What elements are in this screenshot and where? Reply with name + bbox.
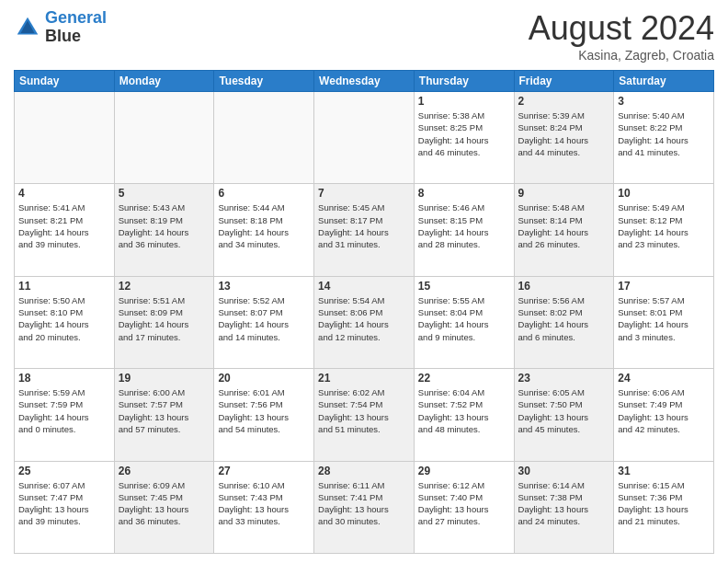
day-number: 19 (119, 372, 210, 385)
day-number: 31 (618, 465, 710, 477)
day-number: 7 (318, 187, 410, 200)
day-number: 4 (18, 187, 110, 200)
calendar-week-4: 18Sunrise: 5:59 AM Sunset: 7:59 PM Dayli… (15, 369, 714, 461)
day-number: 26 (119, 465, 210, 477)
day-info: Sunrise: 5:41 AM Sunset: 8:21 PM Dayligh… (18, 201, 110, 250)
day-number: 30 (518, 465, 610, 477)
calendar-cell: 8Sunrise: 5:46 AM Sunset: 8:15 PM Daylig… (414, 184, 514, 276)
day-info: Sunrise: 5:54 AM Sunset: 8:06 PM Dayligh… (318, 294, 410, 343)
calendar-header-thursday: Thursday (414, 71, 514, 92)
month-title: August 2024 (529, 9, 714, 48)
day-info: Sunrise: 5:39 AM Sunset: 8:24 PM Dayligh… (518, 109, 610, 158)
calendar-cell: 3Sunrise: 5:40 AM Sunset: 8:22 PM Daylig… (614, 92, 714, 184)
calendar-cell (314, 92, 415, 184)
day-info: Sunrise: 5:52 AM Sunset: 8:07 PM Dayligh… (218, 294, 310, 343)
day-info: Sunrise: 5:49 AM Sunset: 8:12 PM Dayligh… (618, 201, 710, 250)
calendar-cell: 29Sunrise: 6:12 AM Sunset: 7:40 PM Dayli… (414, 461, 514, 553)
day-info: Sunrise: 6:15 AM Sunset: 7:36 PM Dayligh… (618, 479, 710, 528)
day-info: Sunrise: 6:10 AM Sunset: 7:43 PM Dayligh… (218, 479, 310, 528)
day-info: Sunrise: 5:38 AM Sunset: 8:25 PM Dayligh… (418, 109, 510, 158)
calendar-cell: 4Sunrise: 5:41 AM Sunset: 8:21 PM Daylig… (15, 184, 115, 276)
calendar-cell: 10Sunrise: 5:49 AM Sunset: 8:12 PM Dayli… (614, 184, 714, 276)
day-info: Sunrise: 5:55 AM Sunset: 8:04 PM Dayligh… (418, 294, 510, 343)
day-number: 11 (18, 280, 110, 293)
day-number: 24 (618, 372, 710, 385)
logo-text: General Blue (45, 9, 107, 46)
logo-line2: Blue (45, 27, 81, 45)
calendar-header-friday: Friday (514, 71, 614, 92)
calendar-cell: 5Sunrise: 5:43 AM Sunset: 8:19 PM Daylig… (114, 184, 214, 276)
day-info: Sunrise: 6:05 AM Sunset: 7:50 PM Dayligh… (518, 386, 610, 435)
logo: General Blue (14, 9, 107, 46)
calendar-cell (15, 92, 115, 184)
day-number: 23 (518, 372, 610, 385)
day-info: Sunrise: 5:45 AM Sunset: 8:17 PM Dayligh… (318, 201, 410, 250)
calendar-cell: 11Sunrise: 5:50 AM Sunset: 8:10 PM Dayli… (15, 276, 115, 368)
day-number: 5 (119, 187, 210, 200)
day-number: 20 (218, 372, 310, 385)
location: Kasina, Zagreb, Croatia (529, 48, 714, 63)
day-number: 2 (518, 95, 610, 108)
day-info: Sunrise: 6:04 AM Sunset: 7:52 PM Dayligh… (418, 386, 510, 435)
calendar-cell: 27Sunrise: 6:10 AM Sunset: 7:43 PM Dayli… (214, 461, 314, 553)
day-number: 14 (318, 280, 410, 293)
day-info: Sunrise: 5:43 AM Sunset: 8:19 PM Dayligh… (119, 201, 210, 250)
calendar-cell: 26Sunrise: 6:09 AM Sunset: 7:45 PM Dayli… (114, 461, 214, 553)
calendar-week-2: 4Sunrise: 5:41 AM Sunset: 8:21 PM Daylig… (15, 184, 714, 276)
day-number: 9 (518, 187, 610, 200)
day-number: 12 (119, 280, 210, 293)
day-number: 21 (318, 372, 410, 385)
calendar-cell: 22Sunrise: 6:04 AM Sunset: 7:52 PM Dayli… (414, 369, 514, 461)
day-number: 13 (218, 280, 310, 293)
day-number: 18 (18, 372, 110, 385)
day-info: Sunrise: 5:59 AM Sunset: 7:59 PM Dayligh… (18, 386, 110, 435)
day-number: 29 (418, 465, 510, 477)
calendar-cell: 9Sunrise: 5:48 AM Sunset: 8:14 PM Daylig… (514, 184, 614, 276)
day-number: 25 (18, 465, 110, 477)
day-info: Sunrise: 5:44 AM Sunset: 8:18 PM Dayligh… (218, 201, 310, 250)
day-info: Sunrise: 5:57 AM Sunset: 8:01 PM Dayligh… (618, 294, 710, 343)
day-number: 16 (518, 280, 610, 293)
day-info: Sunrise: 5:40 AM Sunset: 8:22 PM Dayligh… (618, 109, 710, 158)
calendar-cell: 21Sunrise: 6:02 AM Sunset: 7:54 PM Dayli… (314, 369, 415, 461)
day-info: Sunrise: 6:06 AM Sunset: 7:49 PM Dayligh… (618, 386, 710, 435)
calendar-cell: 16Sunrise: 5:56 AM Sunset: 8:02 PM Dayli… (514, 276, 614, 368)
calendar-header-sunday: Sunday (15, 71, 115, 92)
day-number: 22 (418, 372, 510, 385)
day-number: 8 (418, 187, 510, 200)
day-number: 6 (218, 187, 310, 200)
day-info: Sunrise: 5:46 AM Sunset: 8:15 PM Dayligh… (418, 201, 510, 250)
day-info: Sunrise: 5:48 AM Sunset: 8:14 PM Dayligh… (518, 201, 610, 250)
calendar-cell: 1Sunrise: 5:38 AM Sunset: 8:25 PM Daylig… (414, 92, 514, 184)
calendar-cell: 17Sunrise: 5:57 AM Sunset: 8:01 PM Dayli… (614, 276, 714, 368)
day-number: 28 (318, 465, 410, 477)
day-number: 1 (418, 95, 510, 108)
calendar-cell: 25Sunrise: 6:07 AM Sunset: 7:47 PM Dayli… (15, 461, 115, 553)
calendar-cell: 15Sunrise: 5:55 AM Sunset: 8:04 PM Dayli… (414, 276, 514, 368)
day-number: 3 (618, 95, 710, 108)
calendar-cell: 12Sunrise: 5:51 AM Sunset: 8:09 PM Dayli… (114, 276, 214, 368)
day-number: 10 (618, 187, 710, 200)
page: General Blue August 2024 Kasina, Zagreb,… (0, 0, 728, 563)
calendar-cell (214, 92, 314, 184)
title-area: August 2024 Kasina, Zagreb, Croatia (529, 9, 714, 63)
day-info: Sunrise: 6:14 AM Sunset: 7:38 PM Dayligh… (518, 479, 610, 528)
day-info: Sunrise: 6:09 AM Sunset: 7:45 PM Dayligh… (119, 479, 210, 528)
calendar-table: SundayMondayTuesdayWednesdayThursdayFrid… (14, 70, 714, 554)
day-number: 27 (218, 465, 310, 477)
day-info: Sunrise: 6:12 AM Sunset: 7:40 PM Dayligh… (418, 479, 510, 528)
day-info: Sunrise: 6:01 AM Sunset: 7:56 PM Dayligh… (218, 386, 310, 435)
calendar-header-tuesday: Tuesday (214, 71, 314, 92)
day-number: 17 (618, 280, 710, 293)
calendar-cell: 28Sunrise: 6:11 AM Sunset: 7:41 PM Dayli… (314, 461, 415, 553)
calendar-cell: 30Sunrise: 6:14 AM Sunset: 7:38 PM Dayli… (514, 461, 614, 553)
calendar-cell: 24Sunrise: 6:06 AM Sunset: 7:49 PM Dayli… (614, 369, 714, 461)
day-info: Sunrise: 5:50 AM Sunset: 8:10 PM Dayligh… (18, 294, 110, 343)
calendar-cell: 23Sunrise: 6:05 AM Sunset: 7:50 PM Dayli… (514, 369, 614, 461)
calendar-cell: 19Sunrise: 6:00 AM Sunset: 7:57 PM Dayli… (114, 369, 214, 461)
day-info: Sunrise: 5:56 AM Sunset: 8:02 PM Dayligh… (518, 294, 610, 343)
logo-line1: General (45, 8, 107, 27)
calendar-header-row: SundayMondayTuesdayWednesdayThursdayFrid… (15, 71, 714, 92)
calendar-cell: 13Sunrise: 5:52 AM Sunset: 8:07 PM Dayli… (214, 276, 314, 368)
calendar-cell: 2Sunrise: 5:39 AM Sunset: 8:24 PM Daylig… (514, 92, 614, 184)
